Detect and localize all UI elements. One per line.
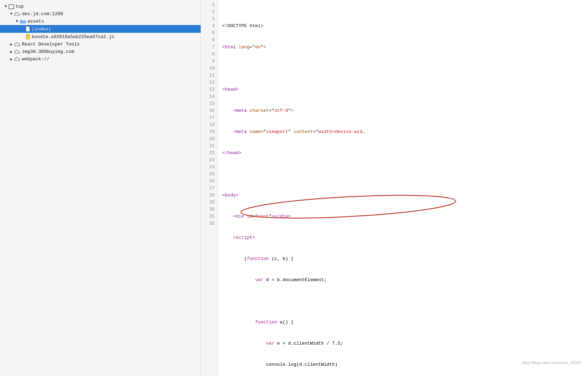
code-line-6: <meta name="viewport" content="width=dev…: [222, 128, 584, 135]
code-line-13: var d = b.documentElement;: [222, 277, 584, 284]
arrow-assets: ▼: [14, 19, 20, 23]
svg-rect-0: [9, 5, 14, 9]
file-icon-bundle: [25, 34, 30, 40]
tree-item-dev-jd[interactable]: ▼ dev.jd.com:1208: [0, 10, 201, 18]
file-tree-panel: ▼ top ▼ dev.jd.com:1208 ▼ assets (index): [0, 0, 201, 376]
tree-item-top[interactable]: ▼ top: [0, 3, 201, 10]
cloud-icon-react-tools: [14, 42, 20, 47]
code-line-10: <div id="root"></div>: [222, 213, 584, 220]
code-line-14: [222, 298, 584, 305]
tree-item-react-tools[interactable]: ▶ React Developer Tools: [0, 41, 201, 48]
arrow-top: ▼: [3, 5, 8, 8]
code-line-2: <html lang="en">: [222, 44, 584, 51]
arrow-webpack: ▶: [8, 57, 14, 61]
code-content: <!DOCTYPE html> <html lang="en"> <head> …: [218, 0, 588, 376]
tree-item-assets[interactable]: ▼ assets: [0, 18, 201, 25]
arrow-react-tools: ▶: [8, 42, 14, 47]
frame-icon: [8, 4, 14, 9]
label-dev-jd: dev.jd.com:1208: [22, 11, 201, 17]
code-line-3: [222, 65, 584, 72]
label-assets: assets: [27, 19, 201, 24]
watermark: https://blog.csdn.net/weixin_38205: [513, 352, 581, 373]
folder-icon-assets: [20, 19, 26, 24]
code-line-7: </head>: [222, 150, 584, 157]
label-webpack: webpack://: [22, 56, 201, 62]
label-index: (index): [32, 26, 201, 32]
arrow-dev-jd: ▼: [8, 12, 14, 16]
label-top: top: [16, 4, 201, 9]
code-line-15: function a() {: [222, 319, 584, 326]
code-container: 1 2 3 4 5 6 7 8 9 10 11 12 13 14 15 16 1…: [201, 0, 588, 376]
code-line-8: [222, 171, 584, 178]
file-icon-index: [25, 26, 30, 32]
code-line-16: var e = d.clientWidth / 7.5;: [222, 340, 584, 347]
cloud-icon-img30: [14, 49, 20, 54]
code-line-9: <body>: [222, 192, 584, 199]
code-line-1: <!DOCTYPE html>: [222, 23, 584, 30]
arrow-img30: ▶: [8, 50, 14, 54]
tree-item-bundle[interactable]: bundle.a92819a5ab225ea67ca2.js: [0, 33, 201, 41]
label-img30: img30.360buyimg.com: [22, 49, 201, 54]
code-line-11: <script>: [222, 234, 584, 241]
tree-item-index[interactable]: (index): [0, 25, 201, 33]
code-panel: 1 2 3 4 5 6 7 8 9 10 11 12 13 14 15 16 1…: [201, 0, 588, 376]
code-line-12: (function (c, b) {: [222, 255, 584, 262]
cloud-icon-webpack: [14, 57, 20, 62]
label-bundle: bundle.a92819a5ab225ea67ca2.js: [32, 34, 201, 40]
line-numbers: 1 2 3 4 5 6 7 8 9 10 11 12 13 14 15 16 1…: [201, 0, 218, 376]
tree-item-webpack[interactable]: ▶ webpack://: [0, 55, 201, 63]
cloud-icon-dev-jd: [14, 12, 20, 17]
code-line-4: <head>: [222, 86, 584, 93]
label-react-tools: React Developer Tools: [22, 42, 201, 47]
code-line-5: <meta charset="utf-8">: [222, 107, 584, 114]
tree-item-img30[interactable]: ▶ img30.360buyimg.com: [0, 48, 201, 55]
